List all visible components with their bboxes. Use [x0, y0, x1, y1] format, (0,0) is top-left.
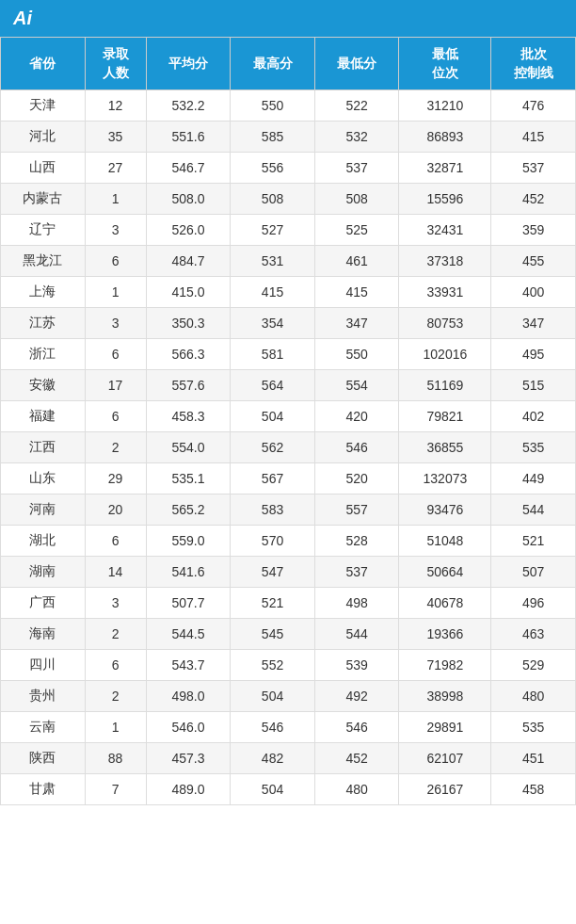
cell-enrolled: 2: [85, 619, 146, 650]
cell-min: 550: [314, 339, 399, 370]
cell-min_rank: 102016: [399, 339, 491, 370]
cell-enrolled: 29: [85, 463, 146, 494]
cell-max: 504: [231, 401, 315, 432]
cell-avg: 507.7: [146, 588, 231, 619]
cell-province: 湖南: [1, 557, 86, 588]
cell-max: 562: [231, 432, 315, 463]
cell-province: 黑龙江: [1, 246, 86, 277]
table-row: 浙江6566.3581550102016495: [1, 339, 576, 370]
cell-batch_line: 402: [491, 401, 576, 432]
cell-batch_line: 507: [491, 557, 576, 588]
data-table: 省份 录取人数 平均分 最高分 最低分 最低位次 批次控制线 天津12532.2…: [0, 37, 576, 805]
cell-avg: 554.0: [146, 432, 231, 463]
cell-min: 544: [314, 619, 399, 650]
cell-province: 云南: [1, 712, 86, 743]
cell-enrolled: 1: [85, 712, 146, 743]
cell-province: 广西: [1, 588, 86, 619]
table-body: 天津12532.255052231210476河北35551.658553286…: [1, 90, 576, 805]
cell-max: 556: [231, 153, 315, 184]
cell-batch_line: 400: [491, 277, 576, 308]
cell-province: 贵州: [1, 681, 86, 712]
cell-min: 498: [314, 588, 399, 619]
cell-avg: 565.2: [146, 494, 231, 526]
cell-province: 辽宁: [1, 215, 86, 246]
cell-enrolled: 3: [85, 215, 146, 246]
cell-max: 581: [231, 339, 315, 370]
cell-batch_line: 521: [491, 526, 576, 557]
cell-max: 527: [231, 215, 315, 246]
cell-min: 537: [314, 153, 399, 184]
cell-min: 546: [314, 712, 399, 743]
table-row: 山西27546.755653732871537: [1, 153, 576, 184]
cell-avg: 457.3: [146, 743, 231, 774]
table-row: 海南2544.554554419366463: [1, 619, 576, 650]
cell-avg: 458.3: [146, 401, 231, 432]
cell-avg: 484.7: [146, 246, 231, 277]
cell-min: 557: [314, 494, 399, 526]
cell-province: 山东: [1, 463, 86, 494]
cell-province: 天津: [1, 90, 86, 122]
table-row: 甘肃7489.050448026167458: [1, 774, 576, 805]
cell-min_rank: 33931: [399, 277, 491, 308]
col-min-rank: 最低位次: [399, 38, 491, 90]
cell-min_rank: 29891: [399, 712, 491, 743]
col-max: 最高分: [231, 38, 315, 90]
cell-min: 452: [314, 743, 399, 774]
cell-min_rank: 62107: [399, 743, 491, 774]
cell-batch_line: 480: [491, 681, 576, 712]
cell-province: 山西: [1, 153, 86, 184]
col-enrolled: 录取人数: [85, 38, 146, 90]
cell-min: 461: [314, 246, 399, 277]
cell-avg: 559.0: [146, 526, 231, 557]
table-row: 辽宁3526.052752532431359: [1, 215, 576, 246]
cell-max: 504: [231, 681, 315, 712]
table-row: 陕西88457.348245262107451: [1, 743, 576, 774]
cell-min_rank: 15596: [399, 184, 491, 215]
cell-enrolled: 6: [85, 526, 146, 557]
cell-enrolled: 17: [85, 370, 146, 401]
cell-province: 湖北: [1, 526, 86, 557]
cell-avg: 535.1: [146, 463, 231, 494]
cell-min: 532: [314, 122, 399, 153]
cell-avg: 557.6: [146, 370, 231, 401]
cell-min: 528: [314, 526, 399, 557]
cell-max: 508: [231, 184, 315, 215]
cell-batch_line: 535: [491, 712, 576, 743]
cell-max: 564: [231, 370, 315, 401]
cell-min_rank: 93476: [399, 494, 491, 526]
cell-min: 554: [314, 370, 399, 401]
cell-min_rank: 36855: [399, 432, 491, 463]
table-row: 福建6458.350442079821402: [1, 401, 576, 432]
cell-avg: 489.0: [146, 774, 231, 805]
cell-max: 570: [231, 526, 315, 557]
table-row: 江苏3350.335434780753347: [1, 308, 576, 339]
cell-enrolled: 6: [85, 401, 146, 432]
cell-province: 甘肃: [1, 774, 86, 805]
cell-avg: 541.6: [146, 557, 231, 588]
cell-batch_line: 535: [491, 432, 576, 463]
cell-batch_line: 455: [491, 246, 576, 277]
cell-avg: 350.3: [146, 308, 231, 339]
cell-max: 547: [231, 557, 315, 588]
cell-enrolled: 6: [85, 246, 146, 277]
table-row: 贵州2498.050449238998480: [1, 681, 576, 712]
cell-province: 河南: [1, 494, 86, 526]
cell-enrolled: 6: [85, 339, 146, 370]
cell-min_rank: 51048: [399, 526, 491, 557]
cell-max: 545: [231, 619, 315, 650]
cell-avg: 543.7: [146, 650, 231, 681]
cell-batch_line: 452: [491, 184, 576, 215]
cell-enrolled: 6: [85, 650, 146, 681]
cell-min_rank: 40678: [399, 588, 491, 619]
cell-max: 531: [231, 246, 315, 277]
cell-enrolled: 2: [85, 432, 146, 463]
table-row: 湖北6559.057052851048521: [1, 526, 576, 557]
cell-avg: 566.3: [146, 339, 231, 370]
cell-max: 567: [231, 463, 315, 494]
table-row: 江西2554.056254636855535: [1, 432, 576, 463]
cell-min: 537: [314, 557, 399, 588]
cell-batch_line: 451: [491, 743, 576, 774]
cell-enrolled: 27: [85, 153, 146, 184]
cell-min_rank: 26167: [399, 774, 491, 805]
cell-batch_line: 458: [491, 774, 576, 805]
